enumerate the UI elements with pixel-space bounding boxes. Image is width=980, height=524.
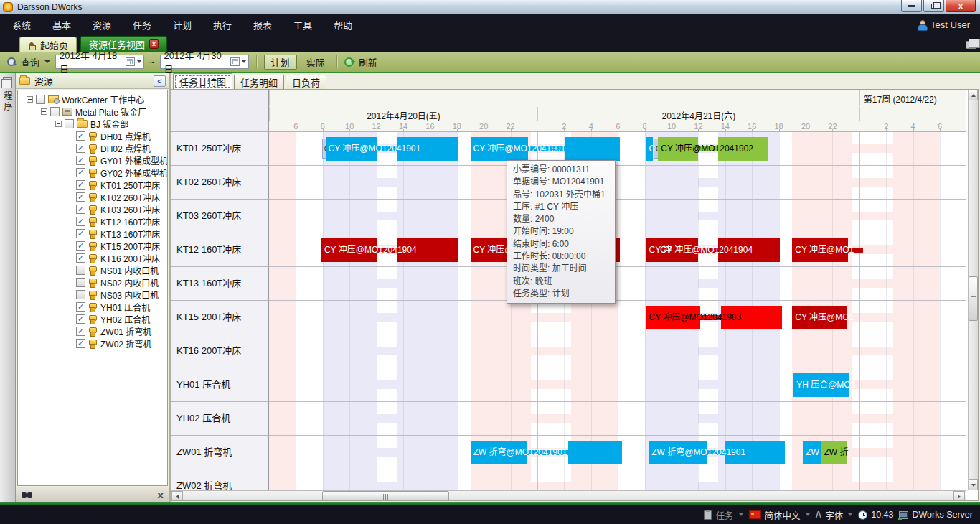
tree-node[interactable]: ✓YH02 压合机 bbox=[18, 313, 167, 325]
task-bar-segment[interactable] bbox=[377, 248, 397, 253]
horizontal-scroll-thumb[interactable] bbox=[322, 491, 449, 501]
vertical-scrollbar[interactable] bbox=[968, 90, 978, 490]
tree-checkbox[interactable]: ✓ bbox=[76, 168, 85, 177]
tree-node[interactable]: ✓GY02 外桶成型机 bbox=[18, 167, 167, 179]
task-bar-segment[interactable] bbox=[649, 441, 707, 464]
actual-toggle-button[interactable]: 实际 bbox=[302, 55, 329, 69]
query-button[interactable]: 查询 bbox=[21, 55, 39, 69]
tree-checkbox[interactable] bbox=[50, 107, 60, 116]
tree-expander-icon[interactable] bbox=[41, 108, 47, 115]
close-button[interactable]: x bbox=[946, 0, 976, 12]
tab-close-icon[interactable]: x bbox=[149, 39, 159, 49]
task-bar-segment[interactable] bbox=[657, 238, 698, 262]
menu-item[interactable]: 系统 bbox=[1, 18, 42, 32]
tree-checkbox[interactable]: ✓ bbox=[76, 156, 85, 165]
tree-checkbox[interactable] bbox=[76, 290, 85, 299]
view-tab[interactable]: 任务明细 bbox=[234, 75, 284, 89]
tree-expander-icon[interactable] bbox=[55, 121, 62, 127]
task-bar-segment[interactable] bbox=[793, 373, 849, 397]
menu-item[interactable]: 执行 bbox=[202, 18, 242, 32]
tree-node[interactable]: ✓ZW01 折弯机 bbox=[18, 325, 167, 337]
scroll-up-button[interactable] bbox=[969, 90, 978, 100]
minimize-button[interactable] bbox=[901, 0, 922, 12]
date-from-field[interactable]: 2012年 4月18日 bbox=[55, 55, 144, 69]
task-bar-segment[interactable] bbox=[528, 146, 565, 151]
tree-node[interactable]: WorkCenter 工作中心 bbox=[18, 93, 167, 106]
tab-resource-task-view[interactable]: 资源任务视图 x bbox=[80, 36, 167, 52]
task-bar-segment[interactable] bbox=[658, 137, 698, 161]
refresh-button[interactable]: 刷新 bbox=[359, 55, 377, 69]
status-task-menu[interactable]: 任务 bbox=[704, 508, 743, 522]
status-language-menu[interactable]: 简体中文 bbox=[749, 508, 810, 522]
tree-expander-icon[interactable] bbox=[27, 96, 33, 103]
task-bar-segment[interactable] bbox=[326, 137, 377, 161]
task-bar-segment[interactable] bbox=[700, 315, 721, 320]
task-bar-segment[interactable] bbox=[792, 238, 848, 262]
tree-node[interactable]: ✓KT02 260T冲床 bbox=[18, 191, 167, 203]
tree-node[interactable]: ✓KT16 200T冲床 bbox=[18, 252, 167, 264]
tree-node[interactable]: ✓KT15 200T冲床 bbox=[18, 240, 167, 252]
scroll-down-button[interactable] bbox=[969, 479, 978, 490]
tree-node[interactable]: ✓DH01 点焊机 bbox=[18, 130, 167, 142]
task-bar-segment[interactable] bbox=[565, 137, 620, 161]
panel-close-icon[interactable]: x bbox=[158, 490, 164, 500]
restore-button[interactable] bbox=[923, 0, 944, 12]
tree-checkbox[interactable]: ✓ bbox=[76, 144, 85, 153]
vertical-scroll-thumb[interactable] bbox=[969, 276, 978, 321]
tree-node[interactable]: ✓KT03 260T冲床 bbox=[18, 203, 167, 215]
find-icon[interactable] bbox=[22, 492, 32, 499]
tree-node[interactable]: NS01 内收口机 bbox=[18, 264, 167, 276]
scroll-left-button[interactable] bbox=[171, 491, 183, 501]
tree-node[interactable]: NS02 内收口机 bbox=[18, 276, 167, 289]
task-bar-segment[interactable] bbox=[397, 137, 458, 161]
task-bar-segment[interactable] bbox=[321, 238, 377, 262]
tree-node[interactable]: ✓KT01 250T冲床 bbox=[18, 179, 167, 191]
plan-toggle-button[interactable]: 计划 bbox=[264, 55, 297, 70]
menu-item[interactable]: 资源 bbox=[82, 18, 122, 32]
menu-item[interactable]: 计划 bbox=[162, 18, 202, 32]
tree-checkbox[interactable]: ✓ bbox=[76, 217, 85, 226]
horizontal-scrollbar[interactable] bbox=[171, 490, 966, 501]
task-bar-segment[interactable] bbox=[792, 306, 847, 329]
tree-checkbox[interactable]: ✓ bbox=[76, 339, 85, 348]
scroll-right-button[interactable] bbox=[953, 491, 965, 501]
task-bar-segment[interactable] bbox=[471, 441, 527, 464]
task-bar-segment[interactable] bbox=[646, 137, 652, 161]
panels-icon[interactable] bbox=[3, 77, 12, 85]
cascade-windows-icon[interactable] bbox=[966, 41, 976, 49]
tree-node[interactable]: ✓DH02 点焊机 bbox=[18, 142, 167, 154]
tree-node[interactable]: Metal Plate 钣金厂 bbox=[18, 106, 167, 118]
tree-checkbox[interactable]: ✓ bbox=[76, 192, 85, 202]
menu-item[interactable]: 帮助 bbox=[323, 18, 363, 32]
view-tab[interactable]: 日负荷 bbox=[286, 75, 326, 89]
tree-node[interactable]: NS03 内收口机 bbox=[18, 289, 167, 301]
tree-checkbox[interactable] bbox=[36, 95, 45, 104]
task-bar-segment[interactable] bbox=[803, 441, 821, 464]
task-bar-segment[interactable] bbox=[721, 306, 782, 329]
tree-checkbox[interactable]: ✓ bbox=[76, 205, 85, 214]
side-strip-label[interactable]: 程序 bbox=[1, 91, 14, 113]
menu-item[interactable]: 任务 bbox=[122, 18, 162, 32]
tree-node[interactable]: ✓KT13 160T冲床 bbox=[18, 228, 167, 240]
tree-node[interactable]: ✓YH01 压合机 bbox=[18, 301, 167, 313]
task-bar-segment[interactable] bbox=[527, 450, 568, 455]
tree-node[interactable]: ✓GY01 外桶成型机 bbox=[18, 154, 167, 167]
task-bar-segment[interactable] bbox=[718, 238, 779, 262]
tree-node[interactable]: BJ 钣金部 bbox=[18, 118, 167, 130]
task-bar-segment[interactable] bbox=[568, 441, 622, 464]
calendar-icon[interactable] bbox=[230, 57, 240, 66]
task-bar-segment[interactable] bbox=[848, 248, 864, 253]
date-to-field[interactable]: 2012年 4月30日 bbox=[160, 55, 249, 69]
tree-checkbox[interactable] bbox=[76, 278, 85, 287]
collapse-panel-button[interactable]: < bbox=[154, 75, 166, 87]
tree-checkbox[interactable]: ✓ bbox=[76, 180, 85, 190]
task-bar-segment[interactable] bbox=[698, 248, 718, 253]
menu-item[interactable]: 报表 bbox=[242, 18, 283, 32]
tree-checkbox[interactable] bbox=[76, 266, 85, 275]
tree-checkbox[interactable]: ✓ bbox=[76, 314, 85, 324]
tree-checkbox[interactable]: ✓ bbox=[76, 131, 85, 141]
tab-start-page[interactable]: 起始页 bbox=[19, 37, 77, 52]
date-from-dropdown-icon[interactable] bbox=[137, 60, 141, 63]
user-indicator[interactable]: Test User bbox=[918, 19, 970, 30]
tree-checkbox[interactable] bbox=[65, 119, 74, 128]
